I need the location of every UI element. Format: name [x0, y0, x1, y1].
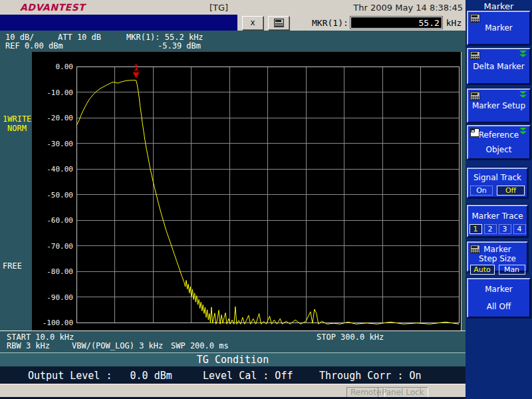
signal-track-on-option[interactable]: On	[470, 186, 493, 196]
toolbar-strip: x MKR(1): kHz	[0, 15, 466, 31]
tg-condition-bar: TG Condition	[0, 352, 466, 366]
softkey-label: Marker	[485, 23, 512, 33]
marker-freq-readout: MKR(1): 55.2 kHz	[126, 33, 203, 42]
advantest-logo: ADVANTEST	[20, 2, 85, 13]
start-frequency-label: START 10.0 kHz	[7, 332, 74, 342]
y-tick-label: -20.00	[33, 114, 73, 122]
y-tick-label: -10.00	[33, 88, 73, 97]
y-tick-label: -40.00	[33, 165, 73, 174]
softkey-label: All Off	[487, 302, 511, 311]
trace-detector-label: NORM	[7, 124, 27, 133]
trigger-mode-label: FREE	[3, 261, 22, 271]
marker-frequency-input[interactable]	[350, 17, 442, 29]
softkey-label: Step Size	[479, 254, 516, 263]
tg-condition-values: Output Level : 0.0 dBm Level Cal : Off T…	[0, 366, 466, 384]
spectrum-display: 1 0.00-10.00-20.00-30.00-40.00-50.00-60.…	[32, 52, 462, 331]
marker-level-readout: -5.39 dBm	[158, 41, 201, 51]
y-tick-label: -80.00	[33, 267, 73, 276]
step-size-man-option[interactable]: Man	[499, 265, 525, 275]
keypad-icon	[470, 51, 480, 62]
tg-condition-title: TG Condition	[197, 354, 269, 366]
vbw-label: VBW/(POW_LOG) 3 kHz	[72, 341, 163, 350]
window-title: [TG]	[209, 3, 228, 13]
marker-trace-1-option[interactable]: 1	[469, 224, 482, 234]
y-tick-label: -60.00	[33, 216, 73, 225]
reference-level-readout: REF 0.00 dBm	[5, 41, 63, 51]
softkey-marker-setup[interactable]: Marker Setup	[467, 88, 531, 123]
keypad-icon	[470, 245, 480, 255]
softkey-label: Signal Track	[473, 173, 521, 182]
keypad-icon	[470, 92, 480, 102]
marker-trace-4-option[interactable]: 4	[513, 224, 526, 234]
signal-track-off-option[interactable]: Off	[497, 186, 525, 196]
y-tick-label: -90.00	[33, 293, 73, 302]
marker-trace-3-option[interactable]: 3	[499, 224, 511, 234]
datetime-display: Thr 2009 May 14 8:38:45	[286, 3, 463, 13]
softkey-marker-step-size[interactable]: Marker Step Size Auto Man	[467, 241, 528, 272]
marker-readout-label: MKR(1):	[312, 18, 348, 28]
marker-unit-label: kHz	[446, 18, 462, 28]
softkey-label: Marker	[483, 245, 511, 254]
softkey-label: Reference	[479, 130, 519, 140]
sweep-time-label: SWP 200.0 ms	[171, 341, 229, 350]
keypad-button[interactable]	[268, 16, 289, 30]
softkey-label: Object	[485, 145, 511, 154]
softkey-marker[interactable]: Marker	[467, 11, 531, 45]
softkey-reference-object[interactable]: Reference Object	[467, 125, 531, 160]
submenu-down-arrows-icon	[519, 128, 527, 137]
level-cal-label: Level Cal : Off	[203, 370, 293, 382]
stop-frequency-label: STOP 300.0 kHz	[317, 332, 384, 342]
keypad-icon	[274, 19, 284, 27]
softkey-label: Marker Setup	[472, 101, 525, 110]
softkey-signal-track[interactable]: Signal Track On Off	[467, 168, 528, 198]
panel-lock-indicator: Panel Lock	[378, 387, 428, 398]
softkey-label: Delta Marker	[473, 62, 524, 71]
y-tick-label: -70.00	[33, 242, 73, 251]
softkey-marker-trace[interactable]: Marker Trace 1 2 3 4	[467, 205, 528, 237]
attenuation-readout: ATT 10 dB	[58, 33, 101, 42]
softkey-delta-marker[interactable]: Delta Marker	[467, 48, 531, 84]
keypad-icon	[470, 14, 480, 25]
submenu-down-arrows-icon	[519, 51, 527, 60]
softkey-menu: Marker Marker Delta Marker Marker Setup	[466, 0, 532, 399]
y-tick-label: 0.00	[33, 63, 73, 71]
softkey-label: Marker	[485, 285, 512, 294]
sweep-param-strip: START 10.0 kHz STOP 300.0 kHz RBW 3 kHz …	[0, 331, 466, 353]
output-level-label: Output Level : 0.0 dBm	[28, 370, 172, 382]
softkey-menu-title: Marker	[466, 1, 532, 11]
close-button[interactable]: x	[242, 16, 263, 30]
softkey-marker-all-off[interactable]: Marker All Off	[467, 278, 531, 318]
y-tick-label: -30.00	[33, 140, 73, 148]
y-tick-label: -100.00	[33, 319, 73, 327]
rbw-label: RBW 3 kHz	[7, 341, 50, 350]
marker-trace-2-option[interactable]: 2	[484, 224, 497, 234]
marker-entry-toolbar: x MKR(1): kHz	[237, 15, 466, 31]
y-axis-labels: 0.00-10.00-20.00-30.00-40.00-50.00-60.00…	[32, 52, 461, 331]
window-icon	[470, 128, 479, 139]
step-size-auto-option[interactable]: Auto	[470, 265, 495, 275]
through-corr-label: Through Corr : On	[319, 370, 422, 382]
title-bar: ADVANTEST [TG] Thr 2009 May 14 8:38:45	[0, 0, 466, 15]
scale-readout: 10 dB/	[5, 33, 34, 42]
y-tick-label: -50.00	[33, 191, 73, 200]
submenu-down-arrows-icon	[519, 91, 527, 100]
spectrum-analyzer-screen: ADVANTEST [TG] Thr 2009 May 14 8:38:45 x…	[0, 0, 532, 399]
trace-mode-label: 1WRITE	[3, 114, 31, 124]
softkey-label: Marker Trace	[471, 211, 523, 221]
